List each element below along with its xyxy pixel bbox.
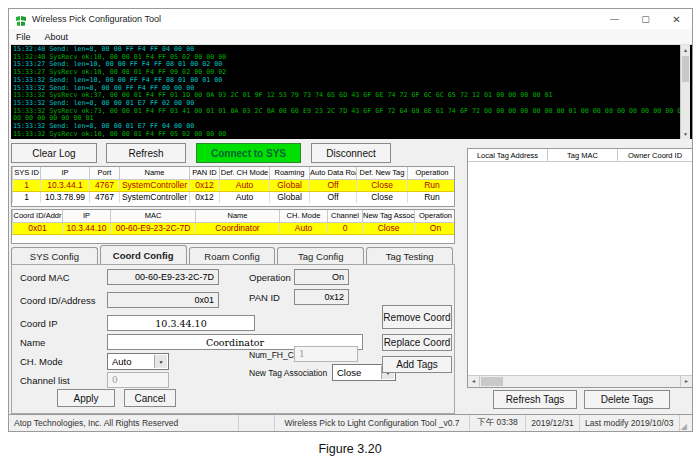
tab-sys-config[interactable]: SYS Config bbox=[11, 247, 98, 264]
tab-tag-config[interactable]: Tag Config bbox=[277, 247, 364, 264]
new-tag-association-label: New Tag Association bbox=[249, 368, 327, 378]
operation-field[interactable]: On bbox=[294, 269, 349, 285]
maximize-button[interactable]: ▢ bbox=[630, 9, 661, 29]
coord-mac-label: Coord MAC bbox=[20, 272, 70, 283]
sys-table-header: SYS ID IP Port Name PAN ID Def. CH Mode … bbox=[13, 167, 456, 179]
tab-tag-testing[interactable]: Tag Testing bbox=[366, 247, 453, 264]
pan-id-field[interactable]: 0x12 bbox=[294, 289, 349, 305]
disconnect-button[interactable]: Disconnect bbox=[311, 143, 391, 163]
table-cell: 00-60-E9-23-2C-7D bbox=[111, 222, 196, 234]
add-tags-button[interactable]: Add Tags bbox=[382, 356, 452, 373]
sys-table: SYS ID IP Port Name PAN ID Def. CH Mode … bbox=[11, 166, 455, 207]
refresh-button[interactable]: Refresh bbox=[106, 143, 186, 163]
minimize-button[interactable]: — bbox=[599, 9, 630, 29]
table-cell: Run bbox=[408, 191, 456, 203]
window-title: Wireless Pick Configuration Tool bbox=[32, 14, 161, 24]
coord-config-panel: Coord MAC 00-60-E9-23-2C-7D Coord ID/Add… bbox=[11, 264, 455, 414]
col-header[interactable]: Operation bbox=[415, 210, 456, 222]
table-cell: Off bbox=[310, 179, 357, 191]
scroll-left-icon[interactable]: ◄ bbox=[468, 376, 480, 387]
menu-about[interactable]: About bbox=[38, 32, 76, 42]
tag-list-panel: Local Tag Address Tag MAC Owner Coord ID… bbox=[467, 148, 693, 388]
ch-mode-label: CH. Mode bbox=[20, 356, 63, 367]
tag-list-hscrollbar[interactable]: ◄ ► bbox=[468, 375, 692, 387]
num-fh-channels-field[interactable]: 1 bbox=[294, 346, 358, 362]
name-label: Name bbox=[20, 337, 45, 348]
chevron-down-icon[interactable]: ▼ bbox=[154, 355, 167, 368]
scroll-right-icon[interactable]: ► bbox=[680, 376, 692, 387]
coord-id-label: Coord ID/Address bbox=[20, 295, 96, 306]
tab-roam-config[interactable]: Roam Config bbox=[189, 247, 276, 264]
log-line: 15:33:32 SysRecv ok:10, 00 00 01 F4 FF 0… bbox=[13, 131, 680, 139]
col-header[interactable]: Channel bbox=[328, 210, 363, 222]
pan-id-label: PAN ID bbox=[249, 292, 280, 303]
table-row[interactable]: 1 10.3.78.99 4767 SystemController 0x12 … bbox=[13, 191, 456, 203]
table-cell: Auto bbox=[280, 222, 328, 234]
table-row[interactable]: 1 10.3.44.1 4767 SystemController 0x12 A… bbox=[13, 179, 456, 191]
table-row[interactable]: 0x01 10.3.44.10 00-60-E9-23-2C-7D Coordi… bbox=[13, 222, 456, 234]
log-line: 15:33:27 Send: len=10, 00 00 FF F4 FF 08… bbox=[13, 61, 680, 69]
connect-to-sys-button[interactable]: Connect to SYS bbox=[196, 143, 301, 163]
table-cell: Run bbox=[408, 179, 456, 191]
status-time: 下午 03:38 bbox=[470, 415, 526, 431]
table-cell: Close bbox=[357, 179, 408, 191]
replace-coord-button[interactable]: Replace Coord bbox=[382, 334, 452, 351]
refresh-tags-button[interactable]: Refresh Tags bbox=[493, 390, 577, 409]
col-header[interactable]: Local Tag Address bbox=[468, 149, 548, 161]
delete-tags-button[interactable]: Delete Tags bbox=[584, 390, 670, 409]
cancel-button[interactable]: Cancel bbox=[124, 389, 176, 407]
scroll-up-icon[interactable]: ▲ bbox=[681, 45, 690, 55]
log-scrollbar[interactable]: ▲ ▼ bbox=[680, 45, 690, 139]
col-header[interactable]: New Tag Assoc bbox=[363, 210, 415, 222]
table-cell: Close bbox=[363, 222, 415, 234]
log-console[interactable]: 15:32:40 Send: len=8, 00 00 FF F4 FF 04 … bbox=[11, 45, 692, 139]
ch-mode-value: Auto bbox=[112, 356, 132, 367]
new-tag-association-value: Close bbox=[337, 367, 361, 378]
log-line: 00 00 00 00 00 00 01 bbox=[13, 115, 680, 123]
col-header[interactable]: IP bbox=[41, 167, 90, 179]
col-header[interactable]: MAC bbox=[111, 210, 196, 222]
table-cell: 0x12 bbox=[190, 191, 220, 203]
col-header[interactable]: Name bbox=[120, 167, 190, 179]
col-header[interactable]: Coord ID/Addr bbox=[13, 210, 63, 222]
col-header[interactable]: Tag MAC bbox=[548, 149, 618, 161]
coord-id-field[interactable]: 0x01 bbox=[107, 292, 219, 308]
table-cell: 10.3.78.99 bbox=[41, 191, 90, 203]
col-header[interactable]: Auto Data Roam bbox=[310, 167, 357, 179]
remove-coord-button[interactable]: Remove Coord bbox=[382, 305, 452, 329]
log-line: 15:33:32 Send: len=8, 00 00 01 E7 FF 02 … bbox=[13, 100, 680, 108]
scroll-down-icon[interactable]: ▼ bbox=[681, 129, 690, 139]
col-header[interactable]: CH. Mode bbox=[280, 210, 328, 222]
clear-log-button[interactable]: Clear Log bbox=[11, 143, 97, 163]
close-button[interactable]: ✕ bbox=[661, 9, 692, 29]
col-header[interactable]: Port bbox=[90, 167, 120, 179]
scrollbar-thumb[interactable] bbox=[682, 56, 689, 82]
col-header[interactable]: Operation bbox=[408, 167, 456, 179]
col-header[interactable]: Def. CH Mode bbox=[220, 167, 270, 179]
tab-coord-config[interactable]: Coord Config bbox=[100, 245, 187, 264]
status-spacer bbox=[239, 415, 275, 431]
col-header[interactable]: Def. New Tag bbox=[357, 167, 408, 179]
coord-ip-field[interactable]: 10.3.44.10 bbox=[107, 315, 255, 331]
coord-mac-field[interactable]: 00-60-E9-23-2C-7D bbox=[107, 269, 219, 285]
menu-file[interactable]: File bbox=[9, 32, 38, 42]
log-line: 15:33:27 SysRecv ok:10, 00 00 01 F4 FF 0… bbox=[13, 69, 680, 77]
col-header[interactable]: PAN ID bbox=[190, 167, 220, 179]
ch-mode-dropdown[interactable]: Auto ▼ bbox=[107, 353, 169, 370]
table-cell: Auto bbox=[220, 179, 270, 191]
col-header[interactable]: SYS ID bbox=[13, 167, 41, 179]
apply-button[interactable]: Apply bbox=[57, 389, 115, 407]
table-cell: 0 bbox=[328, 222, 363, 234]
resize-grip-icon[interactable]: ◢ bbox=[680, 415, 692, 431]
col-header[interactable]: Roaming bbox=[270, 167, 310, 179]
col-header[interactable]: Owner Coord ID bbox=[618, 149, 692, 161]
channel-list-field[interactable]: 0 bbox=[107, 372, 169, 388]
coord-table-header: Coord ID/Addr IP MAC Name CH. Mode Chann… bbox=[13, 210, 456, 222]
table-cell: 10.3.44.10 bbox=[63, 222, 111, 234]
scrollbar-thumb[interactable] bbox=[481, 377, 503, 386]
log-line: 15:32:40 Send: len=8, 00 00 FF F4 FF 04 … bbox=[13, 46, 680, 54]
log-line: 15:33:32 Send: len=10, 00 00 FF F4 FF 08… bbox=[13, 77, 680, 85]
col-header[interactable]: Name bbox=[196, 210, 280, 222]
col-header[interactable]: IP bbox=[63, 210, 111, 222]
coord-ip-label: Coord IP bbox=[20, 318, 58, 329]
